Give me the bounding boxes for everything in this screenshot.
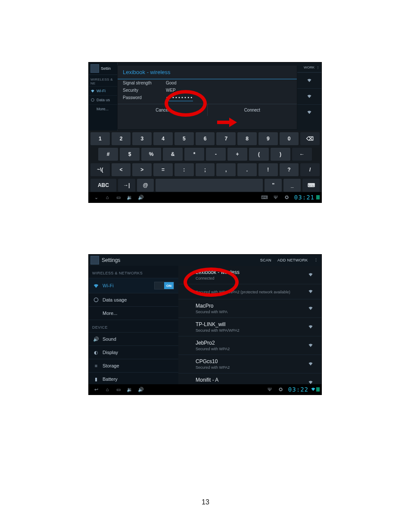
app-title: Settings (102, 257, 120, 263)
cancel-button[interactable]: Cancel (118, 104, 208, 116)
home-icon[interactable]: ⌂ (102, 384, 113, 395)
battery-icon: ▮ (93, 376, 99, 382)
key-period[interactable]: . (237, 163, 257, 176)
password-input[interactable]: ••••••••• (166, 95, 193, 101)
scan-button[interactable]: SCAN (258, 257, 273, 263)
system-bar: ⌄ ⌂ ▭ 🔉 🔊 ⌨ Ψ ✪ 03:21 (89, 192, 321, 202)
sidebar-item-wifi[interactable]: Wi-Fi ON (89, 278, 178, 293)
dialog-title: Lexibook - wireless (118, 65, 297, 79)
key-0[interactable]: 0 (280, 132, 299, 145)
key-lang[interactable]: ⌨ (302, 179, 320, 192)
key-7[interactable]: 7 (216, 132, 236, 145)
sidebar-item-data-usage[interactable]: Data us (89, 95, 117, 104)
network-row[interactable]: Lexibook - wireless Connected (178, 266, 321, 284)
volume-up-icon[interactable]: 🔊 (135, 192, 146, 202)
volume-down-icon[interactable]: 🔉 (124, 384, 135, 395)
top-right-actions: WORK ⋮ (297, 62, 321, 72)
page-number: 13 (0, 498, 411, 506)
recent-apps-icon[interactable]: ▭ (113, 384, 124, 395)
key-percent[interactable]: % (141, 148, 161, 161)
key-underscore[interactable]: _ (283, 179, 301, 192)
connect-button[interactable]: Connect (208, 104, 297, 116)
network-row[interactable]: CPGcs10 Secured with WPA2 (178, 355, 321, 373)
sidebar: WIRELESS & NETWORKS Wi-Fi ON Data usage … (89, 266, 179, 384)
sidebar-item-more[interactable]: More... (89, 307, 178, 320)
wifi-connect-dialog: Lexibook - wireless Signal strength Good… (117, 65, 297, 130)
key-space[interactable] (156, 179, 263, 192)
key-gt[interactable]: > (132, 163, 152, 176)
wifi-switch[interactable]: ON (154, 282, 174, 289)
key-amp[interactable]: & (163, 148, 183, 161)
key-exclaim[interactable]: ! (258, 163, 278, 176)
key-hash[interactable]: # (98, 148, 118, 161)
key-lt[interactable]: < (112, 163, 131, 176)
right-strip: WORK ⋮ (297, 62, 321, 131)
key-question[interactable]: ? (280, 163, 299, 176)
network-sub: Secured with WPA/WPA2 (196, 328, 240, 333)
wifi-signal-icon (306, 78, 312, 84)
key-backspace[interactable]: ⌫ (300, 132, 320, 145)
key-abc[interactable]: ABC (90, 179, 116, 192)
key-quote[interactable]: " (265, 179, 282, 192)
key-eq[interactable]: = (153, 163, 173, 176)
key-9[interactable]: 9 (258, 132, 278, 145)
more-menu-icon[interactable]: ⋮ (316, 65, 320, 69)
key-3[interactable]: 3 (132, 132, 152, 145)
volume-up-icon[interactable]: 🔊 (135, 384, 146, 395)
recent-apps-icon[interactable]: ▭ (113, 192, 124, 202)
key-2[interactable]: 2 (112, 132, 131, 145)
system-bar: ↩ ⌂ ▭ 🔉 🔊 Ψ ✪ 03:22 (89, 384, 321, 395)
key-semicolon[interactable]: ; (196, 163, 215, 176)
work-label[interactable]: WORK (304, 65, 314, 69)
wifi-signal-icon (308, 323, 314, 331)
key-6[interactable]: 6 (196, 132, 215, 145)
volume-down-icon[interactable]: 🔉 (124, 192, 135, 202)
key-4[interactable]: 4 (153, 132, 173, 145)
key-plus[interactable]: + (227, 148, 247, 161)
on-screen-keyboard[interactable]: 1 2 3 4 5 6 7 8 9 0 ⌫ # $ % & * (89, 131, 321, 193)
app-title-row: Settin (89, 62, 117, 75)
key-8[interactable]: 8 (237, 132, 257, 145)
key-slash[interactable]: / (300, 163, 320, 176)
key-enter[interactable]: ← (292, 148, 312, 161)
keyboard-status-icon[interactable]: ⌨ (259, 192, 270, 202)
sidebar-item-storage[interactable]: ≡ Storage (89, 359, 178, 373)
section-header-device: DEVICE (89, 320, 178, 333)
network-row[interactable]: Secured with WPA/WPA2 (protected network… (178, 284, 321, 299)
network-row[interactable]: TP-LINK_will Secured with WPA/WPA2 (178, 318, 321, 336)
clock: 03:21 (293, 194, 316, 201)
hide-keyboard-icon[interactable]: ⌄ (90, 192, 102, 202)
usb-icon: Ψ (264, 384, 275, 395)
network-sub: Secured with WPA2 (196, 365, 230, 370)
key-colon[interactable]: : (174, 163, 194, 176)
network-row[interactable]: Monifit - A Secured with WPA/WPA2 (178, 373, 321, 384)
key-5[interactable]: 5 (174, 132, 194, 145)
key-sym[interactable]: ~\( (90, 163, 110, 176)
network-row[interactable]: JebPro2 Secured with WPA2 (178, 336, 321, 355)
sidebar-item-more[interactable]: More... (89, 104, 117, 113)
key-at[interactable]: @ (137, 179, 154, 192)
network-sub: Connected (196, 276, 240, 280)
home-icon[interactable]: ⌂ (102, 192, 113, 202)
security-label: Security (123, 88, 166, 93)
network-row[interactable]: MacPro Secured with WPA (178, 299, 321, 318)
key-comma[interactable]: , (216, 163, 236, 176)
key-paren-close[interactable]: ) (271, 148, 290, 161)
key-minus[interactable]: - (206, 148, 226, 161)
key-1[interactable]: 1 (90, 132, 110, 145)
key-tab[interactable]: →| (118, 179, 135, 192)
sidebar-item-display[interactable]: ◐ Display (89, 346, 178, 359)
key-star[interactable]: * (184, 148, 204, 161)
more-menu-icon[interactable]: ⋮ (312, 257, 320, 263)
wifi-signal-icon (308, 271, 314, 279)
sidebar-item-sound[interactable]: 🔊 Sound (89, 333, 178, 346)
switch-knob: ON (164, 282, 174, 289)
key-dollar[interactable]: $ (120, 148, 140, 161)
sidebar-item-data-usage[interactable]: Data usage (89, 293, 178, 307)
back-icon[interactable]: ↩ (90, 384, 102, 395)
network-sub: Secured with WPA2 (196, 347, 230, 351)
sidebar-item-wifi[interactable]: Wi-Fi (89, 86, 117, 95)
add-network-button[interactable]: ADD NETWORK (276, 257, 310, 263)
key-paren-open[interactable]: ( (249, 148, 269, 161)
settings-icon (90, 64, 99, 73)
